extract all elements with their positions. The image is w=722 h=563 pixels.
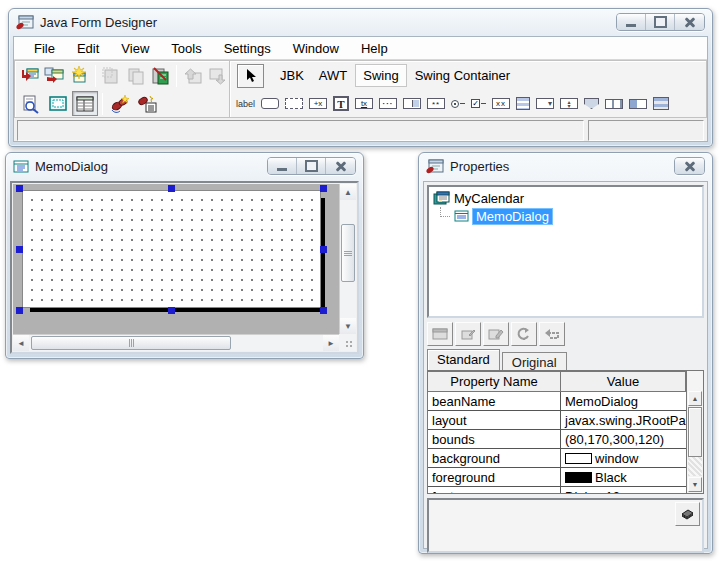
preview-form-button[interactable] xyxy=(18,91,44,116)
resize-grip-icon[interactable] xyxy=(345,340,354,349)
table-scroll-down-button[interactable] xyxy=(688,477,702,492)
export-form-button[interactable] xyxy=(206,63,230,88)
palette-check-box-icon[interactable] xyxy=(471,95,486,113)
property-value-cell[interactable]: MemoDialog xyxy=(561,392,686,410)
table-scroll-track[interactable] xyxy=(688,457,702,476)
palette-check-box-field-icon[interactable] xyxy=(309,95,327,113)
menu-file[interactable]: File xyxy=(24,39,65,58)
component-tree: MyCalendar MemoDialog xyxy=(427,185,704,318)
load-form-button[interactable] xyxy=(18,63,42,88)
palette-formatted-text-icon[interactable] xyxy=(355,95,373,113)
cut-button[interactable] xyxy=(100,63,124,88)
restore-default-button[interactable] xyxy=(539,322,565,346)
bean-list-button[interactable] xyxy=(134,91,160,116)
property-value-cell[interactable]: window xyxy=(561,449,686,467)
tree-item-memodialog-label[interactable]: MemoDialog xyxy=(473,209,552,224)
palette-tab-swing[interactable]: Swing xyxy=(355,64,406,87)
design-canvas[interactable] xyxy=(13,184,339,334)
palette-table-icon[interactable] xyxy=(653,95,669,113)
property-value-cell[interactable]: Black xyxy=(561,468,686,486)
menu-window[interactable]: Window xyxy=(283,39,349,58)
vertical-scrollbar[interactable] xyxy=(339,184,356,334)
duplicate-form-button[interactable] xyxy=(43,63,67,88)
properties-titlebar[interactable]: Properties xyxy=(419,153,712,180)
palette-password-field-icon[interactable] xyxy=(379,95,397,113)
palette-combo-box-icon[interactable] xyxy=(536,95,554,113)
memo-titlebar[interactable]: MemoDialog xyxy=(6,153,363,180)
palette-radio-button-icon[interactable] xyxy=(451,95,465,113)
palette-tab-awt[interactable]: AWT xyxy=(312,65,354,86)
palette-progress-bar-icon[interactable] xyxy=(629,95,647,113)
selection-handle-se[interactable] xyxy=(320,307,327,314)
menu-tools[interactable]: Tools xyxy=(161,39,211,58)
tab-original[interactable]: Original xyxy=(502,352,567,370)
table-scroll-thumb[interactable] xyxy=(688,407,702,457)
palette-tab-swing-container[interactable]: Swing Container xyxy=(408,65,517,86)
palette-spinner-icon[interactable] xyxy=(560,95,578,113)
selection-handle-n[interactable] xyxy=(168,185,175,192)
memo-minimize-button[interactable] xyxy=(268,158,297,174)
file-toolbar-row1 xyxy=(15,61,229,90)
tree-item-mycalendar-label[interactable]: MyCalendar xyxy=(454,191,524,206)
menu-help[interactable]: Help xyxy=(351,39,398,58)
menu-view[interactable]: View xyxy=(111,39,159,58)
selection-handle-w[interactable] xyxy=(16,246,23,253)
refresh-button[interactable] xyxy=(511,322,537,346)
show-designer-button[interactable] xyxy=(45,91,71,116)
palette-list-icon[interactable] xyxy=(516,95,530,113)
configure-beans-button[interactable] xyxy=(107,91,133,116)
generate-form-button[interactable] xyxy=(67,63,91,88)
palette-tab-jbk[interactable]: JBK xyxy=(273,65,311,86)
copy-button[interactable] xyxy=(124,63,148,88)
memo-close-button[interactable] xyxy=(326,158,355,174)
horizontal-scrollbar[interactable] xyxy=(13,334,339,351)
property-value-cell[interactable]: (80,170,300,120) xyxy=(561,430,686,448)
selection-handle-ne[interactable] xyxy=(320,185,327,192)
tab-standard[interactable]: Standard xyxy=(427,349,500,370)
selection-handle-nw[interactable] xyxy=(16,185,23,192)
property-table-scrollbar[interactable] xyxy=(686,371,703,493)
selection-handle-e[interactable] xyxy=(320,246,327,253)
memo-maximize-button[interactable] xyxy=(297,158,326,174)
palette-slider-icon[interactable] xyxy=(584,95,599,113)
component-properties-button[interactable] xyxy=(455,322,481,346)
table-scroll-up-button[interactable] xyxy=(688,391,702,406)
palette-password-echo-icon[interactable] xyxy=(492,95,510,113)
scroll-right-button[interactable] xyxy=(323,335,339,351)
scroll-left-button[interactable] xyxy=(13,335,29,351)
selection-handle-s[interactable] xyxy=(168,307,175,314)
vertical-scroll-thumb[interactable] xyxy=(341,224,355,282)
tree-item-mycalendar[interactable]: MyCalendar xyxy=(433,189,702,207)
palette-text-pane-icon[interactable] xyxy=(333,95,349,113)
scroll-down-button[interactable] xyxy=(340,318,356,334)
tree-item-memodialog[interactable]: MemoDialog xyxy=(433,207,702,225)
show-properties-button[interactable] xyxy=(72,91,98,116)
horizontal-scroll-thumb[interactable] xyxy=(31,336,231,350)
palette-toggle-button-icon[interactable] xyxy=(285,95,303,113)
scroll-up-button[interactable] xyxy=(340,184,356,200)
show-window-button[interactable] xyxy=(427,322,453,346)
palette-split-field-icon[interactable] xyxy=(403,95,421,113)
close-button[interactable] xyxy=(675,14,704,30)
property-help-button[interactable] xyxy=(675,502,700,526)
property-value-cell[interactable]: javax.swing.JRootPa... xyxy=(561,411,686,429)
selection-pointer-button[interactable] xyxy=(237,64,264,88)
main-titlebar[interactable]: Java Form Designer xyxy=(9,9,712,36)
menu-edit[interactable]: Edit xyxy=(67,39,109,58)
paste-button[interactable] xyxy=(149,63,173,88)
import-form-button[interactable] xyxy=(181,63,205,88)
menu-settings[interactable]: Settings xyxy=(214,39,281,58)
minimize-button[interactable] xyxy=(617,14,646,30)
maximize-button[interactable] xyxy=(646,14,675,30)
selection-handle-sw[interactable] xyxy=(16,307,23,314)
undo-icon xyxy=(544,327,560,341)
properties-window-icon xyxy=(426,159,444,174)
form-design-surface[interactable] xyxy=(22,190,321,308)
edit-value-button[interactable] xyxy=(483,322,509,346)
properties-close-button[interactable] xyxy=(675,158,704,174)
palette-button-icon[interactable] xyxy=(261,95,279,113)
palette-text-echo-icon[interactable] xyxy=(427,95,445,113)
property-value-cell[interactable]: Dialog 12 xyxy=(561,487,686,493)
palette-label-icon[interactable]: label xyxy=(236,95,255,113)
palette-scroll-bar-icon[interactable] xyxy=(605,95,623,113)
